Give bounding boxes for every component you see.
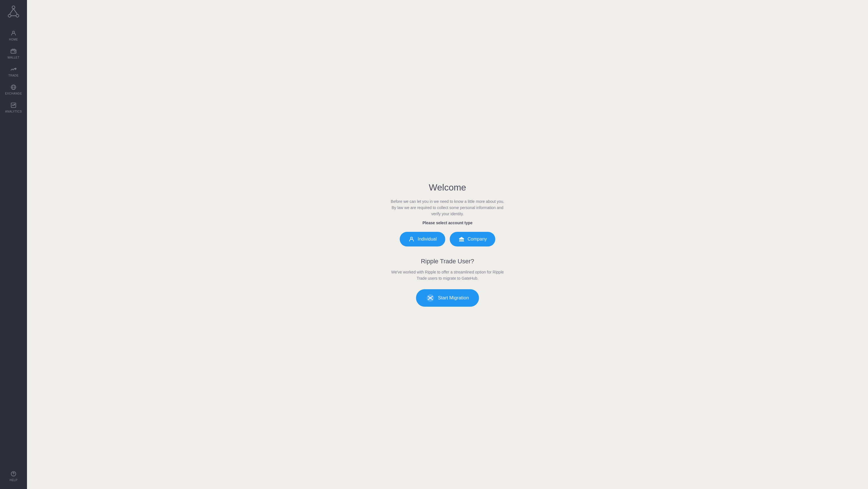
svg-point-6 <box>12 31 14 33</box>
sidebar-item-wallet-label: WALLET <box>8 56 20 59</box>
welcome-card: Welcome Before we can let you in we need… <box>369 182 526 307</box>
trade-icon <box>10 66 17 73</box>
sidebar-logo <box>0 0 27 26</box>
svg-rect-21 <box>463 239 464 241</box>
sidebar-item-home-label: HOME <box>9 38 18 41</box>
sidebar-item-analytics[interactable]: ANALYTICS <box>0 98 27 116</box>
individual-button-label: Individual <box>418 237 437 242</box>
svg-point-14 <box>13 475 13 475</box>
sidebar-item-wallet[interactable]: WALLET <box>0 44 27 62</box>
wallet-icon <box>10 48 17 55</box>
ripple-section-title: Ripple Trade User? <box>421 258 474 265</box>
individual-icon <box>408 236 415 242</box>
sidebar-item-exchange[interactable]: EXCHANGE <box>0 80 27 98</box>
account-type-buttons: Individual Company <box>400 232 495 247</box>
company-button[interactable]: Company <box>450 232 495 247</box>
svg-rect-18 <box>460 239 460 241</box>
svg-line-3 <box>9 9 13 15</box>
sidebar-item-trade[interactable]: TRADE <box>0 62 27 80</box>
ripple-icon <box>426 294 435 302</box>
svg-point-1 <box>8 15 11 17</box>
sidebar-item-trade-label: TRADE <box>8 74 19 77</box>
account-type-label: Please select account type <box>423 221 472 225</box>
svg-rect-19 <box>461 239 461 241</box>
exchange-icon <box>10 84 17 91</box>
company-button-label: Company <box>468 237 487 242</box>
sidebar-item-exchange-label: EXCHANGE <box>5 92 22 95</box>
company-icon <box>458 236 465 242</box>
start-migration-button[interactable]: Start Migration <box>416 289 479 307</box>
analytics-icon <box>10 102 17 109</box>
logo-icon <box>7 5 20 20</box>
individual-button[interactable]: Individual <box>400 232 445 247</box>
welcome-title: Welcome <box>429 182 466 193</box>
sidebar-nav: HOME WALLET TRADE <box>0 26 27 466</box>
sidebar: HOME WALLET TRADE <box>0 0 27 489</box>
svg-rect-20 <box>462 239 462 241</box>
home-icon <box>10 30 17 36</box>
svg-point-2 <box>16 15 19 17</box>
sidebar-item-help[interactable]: HELP <box>0 466 27 485</box>
main-content: Welcome Before we can let you in we need… <box>27 0 868 489</box>
sidebar-item-analytics-label: ANALYTICS <box>5 110 22 113</box>
svg-point-28 <box>430 297 431 298</box>
svg-rect-7 <box>11 50 16 54</box>
sidebar-item-help-label: HELP <box>9 479 18 482</box>
svg-rect-8 <box>14 52 16 52</box>
welcome-description: Before we can let you in we need to know… <box>389 198 506 217</box>
svg-rect-16 <box>459 241 464 241</box>
svg-point-0 <box>12 6 15 9</box>
svg-rect-17 <box>459 238 464 239</box>
svg-point-15 <box>410 237 412 239</box>
help-icon <box>10 470 17 477</box>
svg-marker-22 <box>459 237 464 238</box>
sidebar-item-home[interactable]: HOME <box>0 26 27 44</box>
start-migration-label: Start Migration <box>438 295 469 301</box>
ripple-description: We've worked with Ripple to offer a stre… <box>389 269 506 282</box>
svg-line-4 <box>13 9 18 15</box>
